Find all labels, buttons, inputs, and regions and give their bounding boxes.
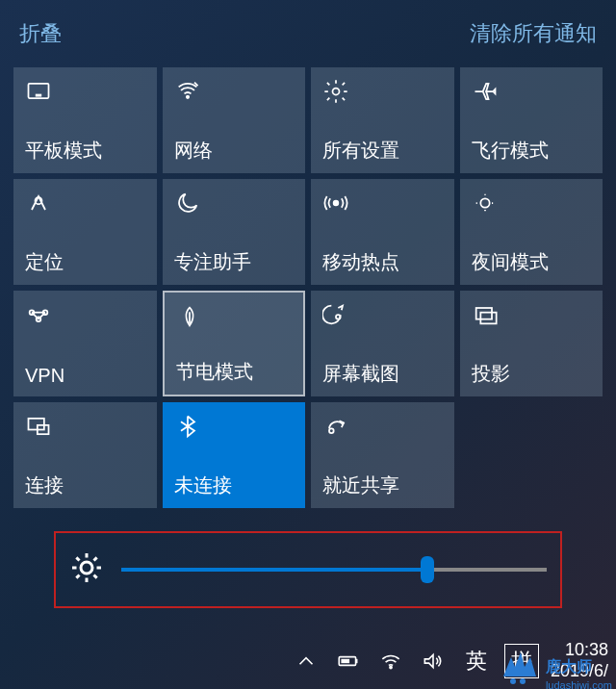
connect-icon — [25, 412, 54, 441]
svg-point-4 — [333, 89, 340, 95]
tile-label: 网络 — [174, 138, 295, 164]
tile-label: VPN — [25, 365, 145, 387]
tile-label: 屏幕截图 — [322, 361, 443, 387]
svg-rect-22 — [29, 419, 44, 430]
gear-icon — [322, 77, 351, 106]
svg-point-40 — [520, 678, 526, 684]
snip-icon — [322, 300, 351, 329]
tile-all-settings[interactable]: 所有设置 — [311, 67, 454, 173]
tile-network[interactable]: 网络 — [163, 67, 306, 173]
brightness-slider[interactable] — [121, 568, 547, 572]
brightness-slider-container — [54, 531, 562, 608]
ime-language[interactable]: 英 — [460, 645, 493, 677]
bluetooth-icon — [174, 412, 203, 441]
svg-line-31 — [94, 575, 97, 578]
brightness-icon — [69, 550, 104, 589]
collapse-link[interactable]: 折叠 — [19, 19, 62, 48]
tile-label: 节电模式 — [176, 359, 293, 385]
svg-line-15 — [32, 313, 38, 319]
svg-line-30 — [76, 557, 79, 560]
svg-rect-1 — [37, 95, 41, 96]
share-icon — [322, 412, 351, 441]
tile-nearby-sharing[interactable]: 就近共享 — [311, 402, 454, 508]
tile-label: 就近共享 — [322, 472, 443, 498]
tile-label: 移动热点 — [322, 249, 443, 275]
tile-vpn[interactable]: VPN — [13, 291, 157, 396]
tile-connect[interactable]: 连接 — [13, 402, 157, 508]
tray-expand-icon[interactable] — [291, 646, 321, 676]
svg-rect-20 — [475, 308, 491, 319]
watermark-brand: 鹿大师 — [546, 657, 612, 677]
night-light-icon — [472, 189, 500, 217]
slider-fill — [121, 568, 427, 572]
watermark-url: ludashiwj.com — [546, 679, 612, 689]
leaf-icon — [176, 302, 205, 331]
tile-bluetooth[interactable]: 未连接 — [163, 402, 306, 508]
battery-icon[interactable] — [333, 646, 364, 676]
svg-point-39 — [510, 678, 516, 684]
slider-thumb[interactable] — [421, 556, 434, 583]
volume-icon[interactable] — [418, 646, 449, 676]
hotspot-icon — [322, 189, 351, 217]
tile-label: 专注助手 — [174, 249, 295, 275]
tablet-icon — [25, 77, 54, 106]
svg-point-19 — [336, 315, 341, 319]
clear-all-link[interactable]: 清除所有通知 — [470, 19, 597, 48]
svg-point-2 — [186, 96, 188, 98]
svg-line-33 — [94, 557, 97, 560]
tile-airplane-mode[interactable]: 飞行模式 — [460, 67, 603, 173]
svg-rect-35 — [341, 659, 349, 663]
tile-mobile-hotspot[interactable]: 移动热点 — [311, 179, 454, 285]
location-icon — [25, 189, 54, 217]
tile-night-light[interactable]: 夜间模式 — [460, 179, 603, 285]
svg-point-6 — [334, 201, 339, 206]
tile-focus-assist[interactable]: 专注助手 — [163, 179, 306, 285]
tile-battery-saver[interactable]: 节电模式 — [163, 291, 306, 396]
wifi-icon[interactable] — [375, 646, 406, 676]
tile-tablet-mode[interactable]: 平板模式 — [13, 67, 157, 173]
svg-point-37 — [390, 666, 392, 668]
tile-label: 连接 — [25, 472, 145, 498]
svg-line-16 — [38, 313, 45, 319]
svg-rect-21 — [480, 313, 496, 324]
svg-point-24 — [329, 428, 334, 433]
project-icon — [472, 300, 500, 329]
tile-label: 所有设置 — [322, 138, 443, 164]
tile-label: 未连接 — [174, 472, 295, 498]
tile-label: 飞行模式 — [472, 138, 592, 164]
vpn-icon — [25, 300, 54, 329]
tile-label: 定位 — [25, 249, 145, 275]
quick-action-tiles: 平板模式网络所有设置飞行模式定位专注助手移动热点夜间模式VPN节电模式屏幕截图投… — [0, 67, 616, 508]
watermark-logo-icon — [494, 643, 542, 689]
tile-label: 夜间模式 — [472, 249, 592, 275]
watermark: 鹿大师 ludashiwj.com — [494, 643, 612, 689]
svg-line-32 — [76, 575, 79, 578]
svg-marker-38 — [424, 655, 433, 668]
tile-label: 投影 — [472, 361, 592, 387]
airplane-icon — [472, 77, 500, 106]
tile-project[interactable]: 投影 — [460, 291, 603, 396]
wifi-bars-icon — [174, 77, 203, 106]
tile-screen-snip[interactable]: 屏幕截图 — [311, 291, 454, 396]
tile-label: 平板模式 — [25, 138, 145, 164]
svg-point-25 — [81, 562, 92, 574]
svg-point-7 — [480, 198, 489, 207]
tile-location[interactable]: 定位 — [13, 179, 157, 285]
moon-icon — [174, 189, 203, 217]
